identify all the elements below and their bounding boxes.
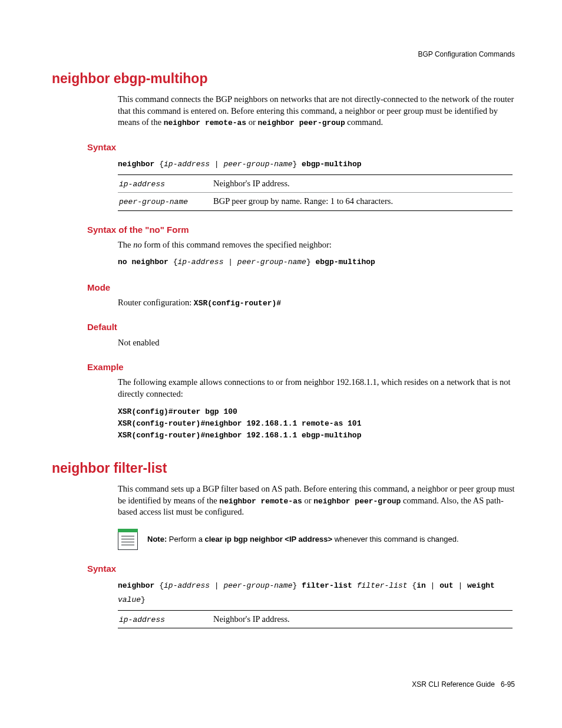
syntax-arg: peer-group-name bbox=[237, 258, 306, 266]
parameter-table: ip-address Neighbor's IP address. bbox=[118, 610, 513, 629]
desc-text: or bbox=[302, 496, 313, 505]
footer-book: XSR CLI Reference Guide bbox=[412, 680, 495, 689]
noform-text: The no form of this command removes the … bbox=[118, 239, 515, 251]
note-block: Note: Perform a clear ip bgp neighbor <I… bbox=[118, 529, 515, 550]
command-description: This command sets up a BGP filter based … bbox=[118, 483, 515, 518]
syntax-keyword: ebgp-multihop bbox=[316, 258, 375, 266]
param-desc: BGP peer group by name. Range: 1 to 64 c… bbox=[212, 193, 513, 211]
command-description: This command connects the BGP neighbors … bbox=[118, 94, 515, 129]
inline-code: XSR(config-router)# bbox=[194, 299, 281, 308]
syntax-keyword: weight bbox=[467, 581, 495, 590]
code-line: XSR(config-router)#neighbor 192.168.1.1 … bbox=[118, 430, 515, 442]
syntax-arg: ip-address bbox=[177, 258, 223, 266]
table-row: ip-address Neighbor's IP address. bbox=[118, 174, 513, 193]
param-desc: Neighbor's IP address. bbox=[212, 610, 513, 628]
syntax-keyword: no neighbor bbox=[118, 258, 168, 266]
section-heading-syntax: Syntax bbox=[87, 563, 515, 575]
syntax-line: no neighbor {ip-address | peer-group-nam… bbox=[118, 255, 515, 269]
inline-code: neighbor peer-group bbox=[313, 497, 401, 506]
section-heading-example: Example bbox=[87, 361, 515, 373]
desc-text: command. bbox=[345, 117, 383, 127]
section-heading-default: Default bbox=[87, 321, 515, 333]
param-name: ip-address bbox=[119, 180, 165, 189]
param-name: peer-group-name bbox=[119, 197, 188, 206]
inline-code: neighbor remote-as bbox=[219, 497, 302, 506]
syntax-brace: } bbox=[292, 160, 302, 169]
syntax-pipe: | bbox=[210, 160, 223, 169]
syntax-arg: value bbox=[118, 595, 141, 604]
note-text: Note: Perform a clear ip bgp neighbor <I… bbox=[147, 534, 515, 545]
syntax-line: neighbor {ip-address | peer-group-name} … bbox=[118, 578, 515, 607]
table-row: ip-address Neighbor's IP address. bbox=[118, 610, 513, 628]
syntax-pipe: | bbox=[426, 581, 439, 590]
code-line: XSR(config)#router bgp 100 bbox=[118, 406, 515, 418]
syntax-arg: peer-group-name bbox=[223, 581, 292, 590]
param-desc: Neighbor's IP address. bbox=[212, 174, 513, 193]
syntax-brace: { bbox=[154, 160, 164, 169]
command-title: neighbor filter-list bbox=[52, 459, 515, 477]
note-bold: clear ip bgp neighbor <IP address> bbox=[205, 535, 333, 543]
note-icon bbox=[118, 529, 138, 550]
footer-page: 6-95 bbox=[501, 680, 515, 689]
param-name: ip-address bbox=[119, 615, 165, 624]
code-line: XSR(config-router)#neighbor 192.168.1.1 … bbox=[118, 418, 515, 430]
desc-text: or bbox=[246, 117, 257, 127]
section-heading-mode: Mode bbox=[87, 282, 515, 294]
syntax-keyword: in bbox=[416, 581, 426, 590]
section-heading-noform: Syntax of the "no" Form bbox=[87, 224, 515, 236]
syntax-pipe: | bbox=[223, 258, 237, 266]
syntax-arg: ip-address bbox=[164, 581, 210, 590]
syntax-arg: filter-list bbox=[357, 581, 408, 590]
syntax-keyword: filter-list bbox=[302, 581, 352, 590]
command-title: neighbor ebgp-multihop bbox=[52, 70, 515, 88]
syntax-keyword: neighbor bbox=[118, 581, 154, 590]
syntax-brace: { bbox=[154, 581, 164, 590]
mode-text: Router configuration: XSR(config-router)… bbox=[118, 297, 515, 309]
syntax-keyword: out bbox=[439, 581, 453, 590]
syntax-pipe: | bbox=[210, 581, 223, 590]
syntax-arg: peer-group-name bbox=[223, 160, 292, 169]
example-code-block: XSR(config)#router bgp 100 XSR(config-ro… bbox=[118, 406, 515, 442]
parameter-table: ip-address Neighbor's IP address. peer-g… bbox=[118, 174, 513, 211]
syntax-line: neighbor {ip-address | peer-group-name} … bbox=[118, 157, 515, 171]
section-heading-syntax: Syntax bbox=[87, 141, 515, 153]
syntax-pipe: | bbox=[454, 581, 467, 590]
footer: XSR CLI Reference Guide 6-95 bbox=[412, 680, 515, 689]
note-label: Note: bbox=[147, 535, 167, 543]
syntax-brace: } bbox=[141, 595, 146, 604]
example-text: The following example allows connections… bbox=[118, 377, 515, 400]
inline-code: neighbor peer-group bbox=[258, 118, 345, 127]
inline-code: neighbor remote-as bbox=[164, 118, 246, 127]
syntax-brace: { bbox=[168, 258, 178, 266]
running-header: BGP Configuration Commands bbox=[418, 50, 515, 59]
syntax-arg: ip-address bbox=[164, 160, 210, 169]
syntax-brace: } bbox=[292, 581, 302, 590]
table-row: peer-group-name BGP peer group by name. … bbox=[118, 193, 513, 211]
syntax-brace: } bbox=[306, 258, 316, 266]
syntax-brace: { bbox=[408, 581, 417, 590]
default-text: Not enabled bbox=[118, 337, 515, 349]
syntax-keyword: neighbor bbox=[118, 160, 154, 169]
syntax-keyword: ebgp-multihop bbox=[302, 160, 361, 169]
